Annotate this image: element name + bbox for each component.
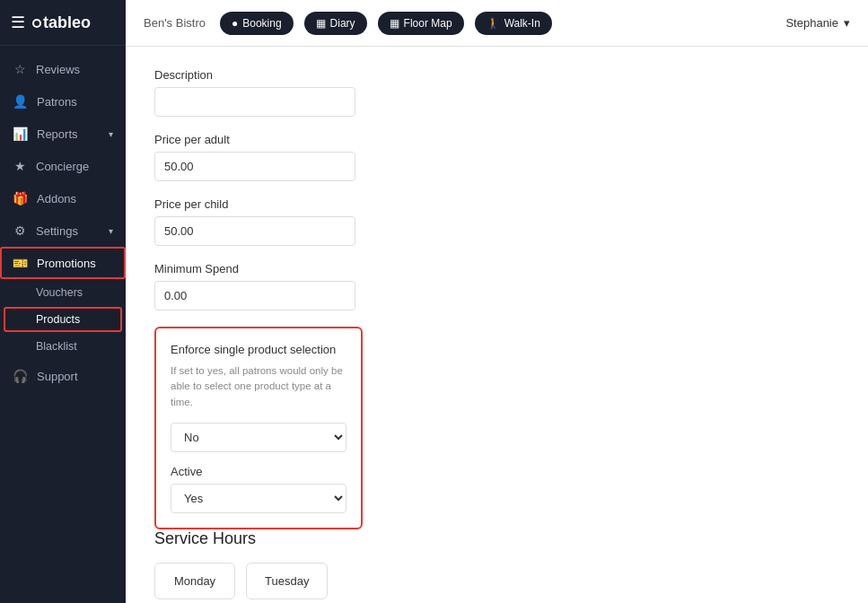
diary-label: Diary (330, 17, 355, 30)
sidebar-item-label: Addons (37, 192, 113, 205)
price-adult-label: Price per adult (154, 133, 621, 146)
min-spend-label: Minimum Spend (154, 262, 621, 275)
day-monday: Monday (154, 563, 235, 599)
sidebar-item-label: Settings (36, 224, 100, 238)
active-label: Active (171, 465, 346, 478)
sidebar-item-reports[interactable]: 📊 Reports ▾ (0, 118, 126, 150)
sidebar: ☰ tableo ☆ Reviews 👤 Patrons 📊 Reports ▾… (0, 0, 126, 603)
restaurant-name: Ben's Bistro (144, 16, 206, 30)
sidebar-item-reviews[interactable]: ☆ Reviews (0, 53, 126, 85)
service-hours-heading: Service Hours (154, 529, 621, 548)
diary-icon: ▦ (316, 17, 326, 30)
product-form: Description Price per adult Price per ch… (154, 68, 621, 599)
booking-label: Booking (242, 17, 281, 30)
enforce-product-selection-group: Enforce single product selection If set … (154, 327, 363, 529)
sidebar-item-concierge[interactable]: ★ Concierge (0, 150, 126, 182)
user-chevron-icon: ▾ (844, 16, 850, 30)
enforce-select[interactable]: No Yes (171, 423, 346, 452)
day-tuesday: Tuesday (246, 563, 328, 599)
floor-map-label: Floor Map (404, 17, 452, 30)
walk-in-button[interactable]: 🚶 Walk-In (475, 12, 552, 35)
price-child-input[interactable] (154, 216, 355, 246)
price-adult-group: Price per adult (154, 133, 621, 181)
sidebar-item-patrons[interactable]: 👤 Patrons (0, 85, 126, 118)
price-child-label: Price per child (154, 197, 621, 211)
booking-icon: ● (232, 17, 238, 30)
hamburger-icon[interactable]: ☰ (11, 13, 25, 32)
sidebar-sub-item-products[interactable]: Products (4, 307, 122, 332)
sidebar-item-label: Patrons (37, 95, 113, 109)
concierge-icon: ★ (13, 159, 27, 173)
user-menu-button[interactable]: Stephanie ▾ (785, 16, 850, 30)
sidebar-sub-item-blacklist[interactable]: Blacklist (0, 333, 126, 360)
blacklist-label: Blacklist (36, 340, 77, 353)
sidebar-item-label: Reports (37, 127, 100, 141)
monday-label: Monday (174, 574, 215, 588)
reports-icon: 📊 (13, 127, 28, 141)
enforce-title: Enforce single product selection (171, 343, 346, 356)
price-child-group: Price per child (154, 197, 621, 246)
sidebar-item-label: Reviews (36, 63, 113, 76)
content-area: Description Price per adult Price per ch… (126, 47, 868, 603)
patrons-icon: 👤 (13, 94, 28, 109)
sidebar-item-label: Support (37, 370, 113, 383)
sidebar-item-addons[interactable]: 🎁 Addons (0, 182, 126, 214)
description-input[interactable] (154, 87, 355, 117)
reviews-icon: ☆ (13, 62, 27, 76)
tuesday-label: Tuesday (265, 574, 309, 588)
enforce-description: If set to yes, all patrons would only be… (171, 363, 346, 410)
main-container: Ben's Bistro ● Booking ▦ Diary ▦ Floor M… (126, 0, 868, 603)
sidebar-sub-item-vouchers[interactable]: Vouchers (0, 279, 126, 306)
promotions-icon: 🎫 (13, 256, 28, 270)
service-hours-grid: Monday Tuesday (154, 563, 621, 599)
walk-in-icon: 🚶 (487, 17, 500, 30)
user-name: Stephanie (785, 16, 838, 30)
support-icon: 🎧 (13, 369, 28, 383)
topbar: Ben's Bistro ● Booking ▦ Diary ▦ Floor M… (126, 0, 868, 47)
sidebar-item-support[interactable]: 🎧 Support (0, 360, 126, 392)
sidebar-item-label: Promotions (37, 257, 113, 270)
floor-map-icon: ▦ (390, 17, 399, 30)
booking-button[interactable]: ● Booking (220, 12, 294, 35)
vouchers-label: Vouchers (36, 286, 83, 299)
logo: tableo (32, 13, 91, 32)
sidebar-navigation: ☆ Reviews 👤 Patrons 📊 Reports ▾ ★ Concie… (0, 46, 126, 603)
products-label: Products (36, 313, 80, 326)
price-adult-input[interactable] (154, 152, 355, 181)
sidebar-header: ☰ tableo (0, 0, 126, 46)
chevron-down-icon: ▾ (109, 226, 113, 236)
sidebar-item-promotions[interactable]: 🎫 Promotions (0, 247, 126, 279)
floor-map-button[interactable]: ▦ Floor Map (378, 12, 464, 35)
chevron-down-icon: ▾ (109, 129, 113, 139)
addons-icon: 🎁 (13, 191, 28, 205)
settings-icon: ⚙ (13, 223, 27, 238)
min-spend-group: Minimum Spend (154, 262, 621, 310)
min-spend-input[interactable] (154, 281, 355, 310)
active-select[interactable]: Yes No (171, 484, 346, 513)
active-group: Active Yes No (171, 465, 346, 513)
description-label: Description (154, 68, 621, 82)
sidebar-item-settings[interactable]: ⚙ Settings ▾ (0, 214, 126, 247)
description-group: Description (154, 68, 621, 117)
diary-button[interactable]: ▦ Diary (304, 12, 367, 35)
sidebar-item-label: Concierge (36, 160, 113, 173)
walk-in-label: Walk-In (504, 17, 540, 30)
